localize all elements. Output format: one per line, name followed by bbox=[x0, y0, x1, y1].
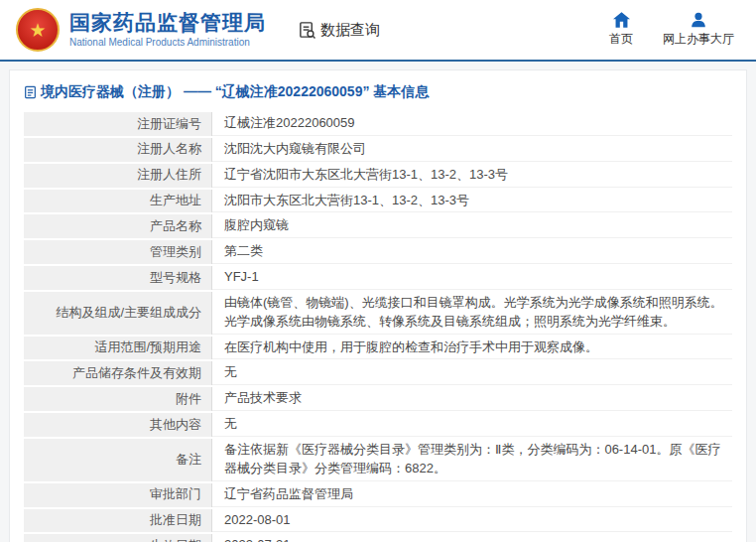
row-label: 产品储存条件及有效期 bbox=[24, 361, 212, 385]
detail-panel: 境内医疗器械（注册） —— “辽械注准20222060059” 基本信息 注册证… bbox=[9, 69, 747, 542]
table-row: 其他内容无 bbox=[24, 413, 732, 437]
row-label-text: 审批部门 bbox=[150, 486, 201, 501]
row-value: 2022-07-31 bbox=[212, 534, 732, 542]
data-query-button[interactable]: 数据查询 bbox=[298, 21, 380, 40]
row-value: 第二类 bbox=[212, 240, 732, 264]
row-value: 沈阳市大东区北大营街13-1、13-2、13-3号 bbox=[212, 190, 732, 213]
row-label: 批准日期 bbox=[24, 509, 212, 533]
table-row: 型号规格YFJ-1 bbox=[24, 266, 732, 290]
row-value: 备注依据新《医疗器械分类目录》管理类别为：Ⅱ类，分类编码为：06-14-01。原… bbox=[212, 439, 732, 481]
row-label-text: 注册人住所 bbox=[137, 167, 201, 182]
row-value: 腹腔内窥镜 bbox=[212, 214, 732, 238]
row-label-text: 型号规格 bbox=[150, 270, 201, 285]
data-query-label: 数据查询 bbox=[320, 21, 380, 40]
row-label: 注册证编号 bbox=[24, 112, 212, 136]
row-label-text: 注册证编号 bbox=[137, 116, 201, 131]
document-icon bbox=[24, 85, 37, 99]
document-search-icon bbox=[298, 21, 316, 40]
table-row: 生效日期2022-07-31 bbox=[24, 534, 732, 542]
table-row: 适用范围/预期用途在医疗机构中使用，用于腹腔的检查和治疗手术中用于观察成像。 bbox=[24, 337, 732, 360]
table-row: 注册证编号辽械注准20222060059 bbox=[24, 112, 732, 136]
row-label-text: 产品储存条件及有效期 bbox=[72, 365, 201, 380]
row-value: 产品技术要求 bbox=[212, 387, 732, 411]
row-value: 辽宁省药品监督管理局 bbox=[212, 483, 732, 507]
row-label-text: 适用范围/预期用途 bbox=[94, 339, 201, 354]
row-label: 型号规格 bbox=[24, 266, 212, 290]
breadcrumb-text: 境内医疗器械（注册） —— “辽械注准20222060059” 基本信息 bbox=[41, 83, 429, 101]
row-label-text: 备注 bbox=[176, 452, 201, 467]
table-row: 注册人名称沈阳沈大内窥镜有限公司 bbox=[24, 138, 732, 162]
registration-info-table: 注册证编号辽械注准20222060059注册人名称沈阳沈大内窥镜有限公司注册人住… bbox=[24, 110, 732, 542]
row-label: 附件 bbox=[24, 387, 212, 411]
row-label-text: 其他内容 bbox=[150, 417, 201, 432]
table-row: 产品储存条件及有效期无 bbox=[24, 361, 732, 385]
row-label-text: 批准日期 bbox=[150, 512, 201, 527]
row-label-text: 产品名称 bbox=[150, 218, 201, 233]
row-label: 结构及组成/主要组成成分 bbox=[24, 292, 212, 335]
nav-service-hall-label: 网上办事大厅 bbox=[663, 31, 734, 48]
national-emblem-logo: ★ bbox=[16, 8, 60, 52]
site-header: ★ 国家药品监督管理局 National Medical Products Ad… bbox=[0, 0, 756, 62]
table-row: 批准日期2022-08-01 bbox=[24, 509, 732, 533]
row-label: 注册人住所 bbox=[24, 164, 212, 188]
row-value: 无 bbox=[212, 413, 732, 437]
table-row: 生产地址沈阳市大东区北大营街13-1、13-2、13-3号 bbox=[24, 190, 732, 213]
row-label-text: 生效日期 bbox=[150, 538, 201, 542]
table-row: 备注备注依据新《医疗器械分类目录》管理类别为：Ⅱ类，分类编码为：06-14-01… bbox=[24, 439, 732, 481]
agency-name-en: National Medical Products Administration bbox=[69, 36, 266, 49]
content-area: 境内医疗器械（注册） —— “辽械注准20222060059” 基本信息 注册证… bbox=[0, 62, 756, 542]
nav-service-hall[interactable]: 网上办事大厅 bbox=[663, 12, 734, 48]
table-row: 附件产品技术要求 bbox=[24, 387, 732, 411]
row-label: 备注 bbox=[24, 439, 212, 481]
top-nav: 首页 网上办事大厅 bbox=[609, 12, 734, 48]
row-label: 管理类别 bbox=[24, 240, 212, 264]
row-label: 审批部门 bbox=[24, 483, 212, 507]
row-label: 适用范围/预期用途 bbox=[24, 337, 212, 360]
row-label: 生产地址 bbox=[24, 190, 212, 213]
row-label: 产品名称 bbox=[24, 214, 212, 238]
table-row: 管理类别第二类 bbox=[24, 240, 732, 264]
table-row: 审批部门辽宁省药品监督管理局 bbox=[24, 483, 732, 507]
row-label-text: 附件 bbox=[176, 391, 201, 406]
info-table-body: 注册证编号辽械注准20222060059注册人名称沈阳沈大内窥镜有限公司注册人住… bbox=[24, 112, 732, 542]
table-row: 注册人住所辽宁省沈阳市大东区北大营街13-1、13-2、13-3号 bbox=[24, 164, 732, 188]
row-value: 辽械注准20222060059 bbox=[212, 112, 732, 136]
row-value: 由镜体(镜管、物镜端)、光缆接口和目镜罩构成。光学系统为光学成像系统和照明系统。… bbox=[212, 292, 732, 335]
row-label-text: 注册人名称 bbox=[137, 141, 201, 156]
nav-home[interactable]: 首页 bbox=[609, 12, 633, 48]
emblem-star-icon: ★ bbox=[29, 21, 46, 40]
nav-home-label: 首页 bbox=[609, 31, 633, 48]
breadcrumb: 境内医疗器械（注册） —— “辽械注准20222060059” 基本信息 bbox=[10, 70, 746, 110]
agency-titles: 国家药品监督管理局 National Medical Products Admi… bbox=[69, 11, 266, 48]
table-row: 结构及组成/主要组成成分由镜体(镜管、物镜端)、光缆接口和目镜罩构成。光学系统为… bbox=[24, 292, 732, 335]
row-label-text: 管理类别 bbox=[150, 244, 201, 259]
user-icon bbox=[691, 12, 706, 28]
row-value: 无 bbox=[212, 361, 732, 385]
home-icon bbox=[613, 12, 630, 28]
row-value: YFJ-1 bbox=[212, 266, 732, 290]
table-row: 产品名称腹腔内窥镜 bbox=[24, 214, 732, 238]
row-value: 辽宁省沈阳市大东区北大营街13-1、13-2、13-3号 bbox=[212, 164, 732, 188]
agency-name-cn: 国家药品监督管理局 bbox=[69, 11, 266, 35]
row-value: 2022-08-01 bbox=[212, 509, 732, 533]
row-value: 沈阳沈大内窥镜有限公司 bbox=[212, 138, 732, 162]
row-value: 在医疗机构中使用，用于腹腔的检查和治疗手术中用于观察成像。 bbox=[212, 337, 732, 360]
row-label: 其他内容 bbox=[24, 413, 212, 437]
row-label-text: 结构及组成/主要组成成分 bbox=[56, 305, 201, 320]
row-label: 注册人名称 bbox=[24, 138, 212, 162]
row-label: 生效日期 bbox=[24, 534, 212, 542]
row-label-text: 生产地址 bbox=[150, 193, 201, 207]
